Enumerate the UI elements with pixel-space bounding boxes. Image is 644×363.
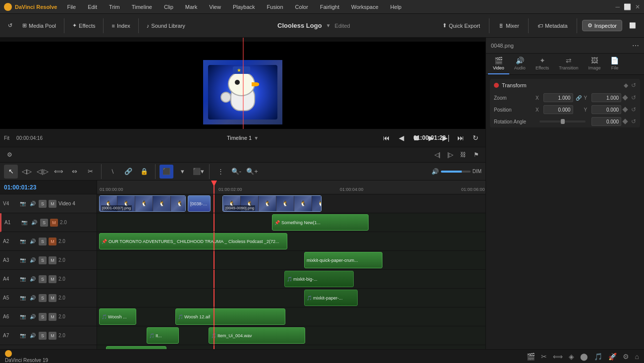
position-y-value[interactable]: 0.000 (591, 105, 621, 114)
inspector-tab-image[interactable]: 🖼 Image (583, 54, 605, 74)
status-home-icon[interactable]: ⌂ (635, 353, 639, 361)
track-row-a6[interactable]: 🎵 Woosh ... 🎵 Woosh 12.aif (97, 307, 485, 326)
preview-video[interactable]: ★ Fit 00:00:04:16 (0, 38, 485, 147)
track-mute-a4[interactable]: M (49, 275, 56, 283)
clip-a7-1[interactable]: 🎵 It... (147, 327, 179, 344)
menu-clip[interactable]: Clip (162, 3, 175, 11)
clip-a4-1[interactable]: 🎵 mixkit-big-... (284, 271, 354, 287)
zoom-in-button[interactable]: 🔍+ (245, 165, 259, 179)
select-tool-button[interactable]: ↖ (4, 165, 18, 179)
status-deliver-icon[interactable]: 🚀 (608, 353, 617, 361)
transform-collapse-icon[interactable]: ◆ (624, 82, 628, 89)
prev-frame-button[interactable]: ◀ (395, 132, 407, 144)
flag-clips-button[interactable]: ⬛ (160, 165, 173, 179)
track-row-a5[interactable]: 🎵 mixkit-paper-... (97, 289, 485, 307)
inspector-tab-effects[interactable]: ✦ Effects (531, 54, 554, 74)
clip-v4-1[interactable]: 🐧 🐧 🐧 🐧 🐧 [0001-0037].png (99, 195, 186, 212)
track-solo-a6[interactable]: S (39, 313, 47, 321)
clip-color-button[interactable]: ⬛▾ (191, 165, 205, 179)
blade-tool-button[interactable]: ⧵ (106, 165, 119, 179)
status-cut-icon[interactable]: ✂ (541, 353, 547, 361)
menu-edit[interactable]: Edit (86, 3, 99, 11)
track-solo-v4[interactable]: S (39, 200, 47, 208)
trim-left-button[interactable]: ◁| (432, 149, 443, 160)
ripple-trim-button[interactable]: ◁▷ (20, 165, 34, 179)
metadata-button[interactable]: 🏷 Metadata (534, 21, 572, 31)
go-to-start-button[interactable]: ⏮ (380, 132, 392, 144)
track-solo-a5[interactable]: S (39, 294, 47, 302)
roll-trim-button[interactable]: ◁|▷ (36, 165, 50, 179)
status-fairlight-icon[interactable]: 🎵 (594, 353, 602, 361)
razor-button[interactable]: ✂ (83, 165, 97, 179)
status-settings-icon[interactable]: ⚙ (623, 353, 629, 361)
clip-v4-3[interactable]: 🐧 🐧 🐧 🐧 🐧 🐧 [0049-0090].png (222, 195, 322, 212)
clip-a5-1[interactable]: 🎵 mixkit-paper-... (304, 290, 358, 306)
undo-button[interactable]: ↺ (4, 20, 16, 31)
menu-view[interactable]: View (207, 3, 223, 11)
zoom-x-value[interactable]: 1.000 (543, 93, 573, 102)
zoom-out-button[interactable]: 🔍- (229, 165, 243, 179)
inspector-tab-video[interactable]: 🎬 Video (488, 54, 509, 74)
track-row-a1[interactable]: 📌 Something New(1... (97, 213, 485, 232)
rotation-keyframe-button[interactable] (622, 119, 628, 124)
menu-davinci[interactable]: DaVinci Resolve (15, 4, 57, 10)
mixer-button[interactable]: 🎚 Mixer (494, 21, 523, 31)
track-row-a7[interactable]: 🎵 It... 🎵 Item_Ui_004.wav (97, 326, 485, 345)
status-edit-icon[interactable]: ⟺ (553, 353, 563, 361)
track-row-a8[interactable]: 🎵 Funny-UI-005.wav (97, 345, 485, 349)
status-color-icon[interactable]: ⬤ (580, 353, 588, 361)
track-solo-a7[interactable]: S (39, 332, 47, 340)
track-solo-a2[interactable]: S (39, 238, 47, 245)
rotation-value[interactable]: 0.000 (591, 117, 621, 126)
track-mute-a6[interactable]: M (49, 313, 56, 321)
zoom-keyframe-button[interactable] (622, 95, 628, 100)
position-keyframe-button[interactable] (622, 107, 628, 112)
volume-slider[interactable] (441, 171, 471, 173)
dropdown-icon[interactable]: ▼ (326, 23, 331, 28)
track-mute-a1[interactable]: M (50, 219, 58, 227)
clip-a6-2[interactable]: 🎵 Woosh 12.aif (175, 308, 285, 325)
menu-color[interactable]: Color (293, 3, 310, 11)
track-solo-a4[interactable]: S (39, 275, 47, 283)
menu-trim[interactable]: Trim (107, 3, 122, 11)
quick-export-button[interactable]: ⬆ Quick Export (438, 20, 484, 31)
menu-fusion[interactable]: Fusion (265, 3, 285, 11)
timeline-settings-button[interactable]: ⚙ (4, 149, 15, 160)
track-row-a2[interactable]: 📌 OUR TORONTO ADVENTURES_ CHILDHOOD TRAU… (97, 232, 485, 251)
position-x-value[interactable]: 0.000 (543, 105, 573, 114)
menu-workspace[interactable]: Workspace (349, 3, 380, 11)
menu-help[interactable]: Help (388, 3, 404, 11)
link-clips-button[interactable]: 🔗 (121, 165, 135, 179)
workspace-options-button[interactable]: ⬜ (625, 20, 640, 31)
track-solo-a3[interactable]: S (39, 256, 47, 264)
transform-header[interactable]: Transform ◆ ↺ (490, 79, 640, 92)
trim-right-button[interactable]: |▷ (445, 149, 456, 160)
link-icon[interactable]: 🔗 (575, 95, 582, 101)
transform-reset-icon[interactable]: ↺ (631, 82, 636, 89)
timeline-tracks-content[interactable]: 01:00:00:00 01:00:02:00 01:00:04:00 01:0… (97, 181, 485, 349)
track-row-a3[interactable]: mixkit-quick-paper-crum... (97, 251, 485, 270)
menu-timeline[interactable]: Timeline (130, 3, 154, 11)
loop-button[interactable]: ↻ (470, 132, 482, 144)
clip-a1-1[interactable]: 📌 Something New(1... (272, 214, 369, 231)
menu-mark[interactable]: Mark (183, 3, 199, 11)
media-pool-button[interactable]: ⊞ Media Pool (18, 20, 60, 31)
zoom-reset-button[interactable]: ↺ (631, 94, 636, 101)
inspector-button[interactable]: ⚙ Inspector (582, 20, 622, 31)
color-clips-button[interactable]: ▾ (175, 165, 189, 179)
index-button[interactable]: ≡ Index (107, 21, 134, 31)
track-mute-a3[interactable]: M (49, 256, 56, 264)
track-row-v4[interactable]: 🐧 🐧 🐧 🐧 🐧 [0001-0037].png [0038-0...] 🐧 (97, 194, 485, 213)
track-mute-a2[interactable]: M (49, 238, 56, 245)
track-row-a4[interactable]: 🎵 mixkit-big-... (97, 270, 485, 289)
clip-a2-1[interactable]: 📌 OUR TORONTO ADVENTURES_ CHILDHOOD TRAU… (99, 233, 287, 249)
inspector-tab-audio[interactable]: 🔊 Audio (509, 54, 531, 74)
slip-button[interactable]: ⟺ (52, 165, 65, 179)
track-mute-a5[interactable]: M (49, 294, 56, 302)
track-mute-a7[interactable]: M (49, 332, 56, 340)
menu-playback[interactable]: Playback (231, 3, 257, 11)
go-to-end-button[interactable]: ⏭ (455, 132, 467, 144)
timeline-dropdown-icon[interactable]: ▼ (254, 135, 259, 141)
inspector-tab-transition[interactable]: ⇄ Transition (554, 54, 583, 74)
clip-a8-1[interactable]: 🎵 Funny-UI-005.wav (106, 346, 166, 349)
